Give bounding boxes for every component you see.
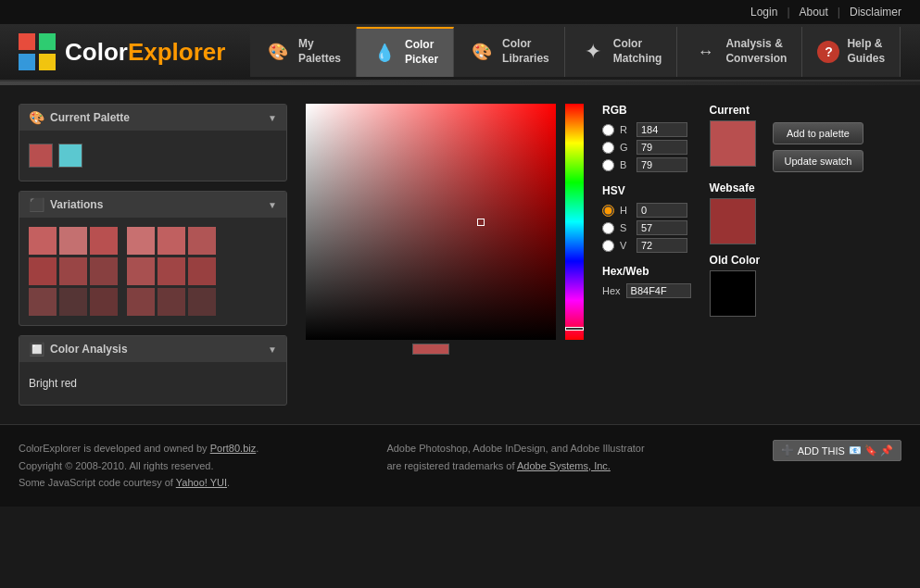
color-gradient[interactable] bbox=[306, 104, 556, 340]
tab-analysis-conversion[interactable]: ↔ Analysis &Conversion bbox=[677, 27, 802, 76]
hue-indicator bbox=[565, 327, 584, 331]
hex-input[interactable] bbox=[626, 283, 691, 298]
footer-left-line3: Some JavaScript code courtesy of Yahoo! … bbox=[19, 474, 258, 492]
color-libraries-icon: 🎨 bbox=[469, 39, 495, 65]
variations-col2 bbox=[127, 227, 216, 316]
oldcolor-label: Old Color bbox=[710, 254, 864, 267]
g-input[interactable] bbox=[636, 140, 687, 155]
s-input[interactable] bbox=[636, 220, 687, 235]
tab-color-matching[interactable]: ✦ ColorMatching bbox=[565, 27, 678, 76]
add-to-palette-button[interactable]: Add to palette bbox=[773, 122, 864, 144]
footer-center-line1: Adobe Photoshop, Adobe InDesign, and Ado… bbox=[386, 440, 644, 457]
s-radio[interactable] bbox=[602, 222, 614, 234]
about-link[interactable]: About bbox=[800, 6, 828, 19]
disclaimer-link[interactable]: Disclaimer bbox=[850, 6, 901, 19]
help-icon: ? bbox=[817, 41, 839, 63]
var-swatch[interactable] bbox=[188, 227, 216, 255]
tab-my-palettes[interactable]: 🎨 MyPalettes bbox=[250, 27, 357, 76]
addthis-icon: ➕ bbox=[781, 444, 794, 457]
tab-help-label: Help &Guides bbox=[847, 37, 885, 66]
swatch-red[interactable] bbox=[29, 144, 53, 168]
var-swatch[interactable] bbox=[59, 227, 87, 255]
header: ColorExplorer 🎨 MyPalettes 💧 ColorPicker… bbox=[0, 24, 920, 81]
variations-panel: ⬛ Variations ▼ bbox=[19, 191, 287, 326]
main-content: 🎨 Current Palette ▼ ⬛ Variations ▼ bbox=[0, 85, 920, 424]
var-swatch[interactable] bbox=[188, 288, 216, 316]
v-radio[interactable] bbox=[602, 240, 614, 252]
variations-chevron[interactable]: ▼ bbox=[268, 200, 277, 210]
variations-header: ⬛ Variations ▼ bbox=[19, 192, 286, 218]
var-swatch[interactable] bbox=[158, 227, 185, 255]
color-values: RGB R G B bbox=[593, 104, 691, 355]
color-picker-area: RGB R G B bbox=[306, 104, 901, 406]
color-analysis-title: 🔲 Color Analysis bbox=[29, 342, 128, 357]
v-input[interactable] bbox=[636, 238, 687, 253]
hsv-section: HSV H S V bbox=[602, 184, 691, 256]
b-radio[interactable] bbox=[602, 159, 614, 171]
logo-color: Color bbox=[65, 38, 128, 66]
hsv-title: HSV bbox=[602, 184, 691, 197]
var-swatch[interactable] bbox=[158, 288, 185, 316]
logo-icon bbox=[19, 33, 56, 70]
color-picker-icon: 💧 bbox=[372, 40, 397, 66]
g-radio[interactable] bbox=[602, 142, 614, 154]
var-swatch[interactable] bbox=[29, 257, 57, 285]
h-label: H bbox=[620, 205, 631, 216]
var-swatch[interactable] bbox=[59, 288, 87, 316]
logo-text: ColorExplorer bbox=[65, 38, 225, 67]
variations-grid bbox=[29, 227, 277, 316]
var-swatch[interactable] bbox=[59, 257, 87, 285]
hue-slider[interactable] bbox=[565, 104, 584, 340]
current-label: Current bbox=[710, 104, 756, 117]
port80-link[interactable]: Port80.biz bbox=[210, 443, 257, 454]
tab-help-guides[interactable]: ? Help &Guides bbox=[802, 27, 901, 76]
svg-rect-1 bbox=[39, 33, 56, 50]
palette-chevron[interactable]: ▼ bbox=[268, 113, 277, 123]
r-radio[interactable] bbox=[602, 124, 614, 136]
tab-color-picker[interactable]: 💧 ColorPicker bbox=[357, 27, 454, 76]
var-swatch[interactable] bbox=[127, 257, 155, 285]
hex-row: Hex bbox=[602, 283, 691, 298]
b-label: B bbox=[620, 159, 631, 170]
hexweb-section: Hex/Web Hex bbox=[602, 265, 691, 298]
sep1: | bbox=[787, 6, 789, 19]
h-row: H bbox=[602, 203, 691, 218]
addthis-button[interactable]: ➕ ADD THIS 📧 🔖 📌 bbox=[773, 440, 901, 461]
footer-left-line1: ColorExplorer is developed and owned by … bbox=[19, 440, 258, 457]
b-input[interactable] bbox=[636, 157, 687, 172]
var-swatch[interactable] bbox=[90, 227, 118, 255]
var-swatch[interactable] bbox=[188, 257, 216, 285]
right-panels: Current Add to palette Update swatch Web… bbox=[700, 104, 864, 355]
update-swatch-button[interactable]: Update swatch bbox=[773, 150, 864, 172]
var-swatch[interactable] bbox=[127, 288, 155, 316]
hex-label: Hex bbox=[602, 285, 621, 296]
s-row: S bbox=[602, 220, 691, 235]
analysis-chevron[interactable]: ▼ bbox=[268, 344, 277, 355]
variations-col1 bbox=[29, 227, 118, 316]
swatch-cyan[interactable] bbox=[58, 144, 82, 168]
g-label: G bbox=[620, 142, 631, 153]
current-preview bbox=[710, 120, 756, 167]
footer-left-line2: Copyright © 2008-2010. All rights reserv… bbox=[19, 457, 258, 475]
footer-right: ➕ ADD THIS 📧 🔖 📌 bbox=[773, 440, 901, 461]
h-input[interactable] bbox=[636, 203, 687, 218]
var-swatch[interactable] bbox=[158, 257, 185, 285]
var-swatch[interactable] bbox=[29, 288, 57, 316]
var-swatch[interactable] bbox=[29, 227, 57, 255]
tab-color-libraries[interactable]: 🎨 ColorLibraries bbox=[454, 27, 565, 76]
yui-link[interactable]: Yahoo! YUI bbox=[176, 477, 227, 488]
var-swatch[interactable] bbox=[90, 257, 118, 285]
color-analysis-text: Bright red bbox=[29, 371, 277, 395]
current-palette-body bbox=[19, 131, 286, 181]
var-swatch[interactable] bbox=[127, 227, 155, 255]
picker-main: RGB R G B bbox=[306, 104, 863, 355]
sep2: | bbox=[838, 6, 840, 19]
var-swatch[interactable] bbox=[90, 288, 118, 316]
adobe-link[interactable]: Adobe Systems, Inc. bbox=[517, 460, 611, 471]
r-input[interactable] bbox=[636, 122, 687, 137]
picker-cursor bbox=[477, 219, 485, 226]
h-radio[interactable] bbox=[602, 205, 614, 217]
svg-rect-2 bbox=[19, 54, 35, 70]
variations-icon: ⬛ bbox=[29, 197, 44, 212]
login-link[interactable]: Login bbox=[750, 6, 777, 19]
